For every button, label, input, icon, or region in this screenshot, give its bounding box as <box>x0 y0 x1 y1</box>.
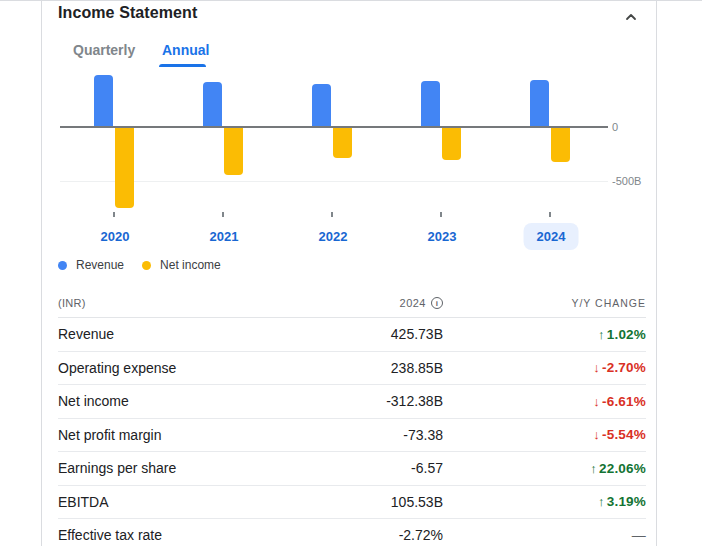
row-value: -73.38 <box>403 427 443 443</box>
row-label: EBITDA <box>58 494 323 510</box>
gridline-neg500 <box>60 181 608 182</box>
net-income-bar-2023[interactable] <box>442 128 461 160</box>
down-arrow-icon: ↓ <box>593 394 600 409</box>
revenue-bar-2022[interactable] <box>312 84 331 126</box>
y-axis-label-0: 0 <box>612 121 618 133</box>
financials-table: (INR) 2024 i Y/Y CHANGE Revenue425.73B↑1… <box>58 289 646 546</box>
row-label: Net profit margin <box>58 427 323 443</box>
currency-header: (INR) <box>58 297 323 309</box>
legend-label: Net income <box>160 258 221 272</box>
net-income-bar-2024[interactable] <box>551 128 570 162</box>
up-arrow-icon: ↑ <box>598 494 605 509</box>
revenue-bar-2021[interactable] <box>203 82 222 126</box>
row-change: ↑22.06% <box>590 461 646 476</box>
table-row-effective-tax-rate: Effective tax rate-2.72%— <box>58 519 646 546</box>
row-value: 105.53B <box>391 494 443 510</box>
revenue-bar-2020[interactable] <box>94 75 113 126</box>
chart-legend: RevenueNet income <box>58 258 221 272</box>
table-body: Revenue425.73B↑1.02%Operating expense238… <box>58 318 646 546</box>
table-row-net-profit-margin: Net profit margin-73.38↓-5.54% <box>58 419 646 453</box>
year-label-2020[interactable]: 2020 <box>88 223 143 250</box>
row-label: Net income <box>58 393 323 409</box>
legend-item-net-income: Net income <box>142 258 221 272</box>
row-change: ↑1.02% <box>598 327 646 342</box>
row-change: — <box>632 527 646 543</box>
legend-label: Revenue <box>76 258 124 272</box>
legend-dot <box>58 261 67 270</box>
row-change: ↑3.19% <box>598 494 646 509</box>
row-value: 238.85B <box>391 360 443 376</box>
collapse-button[interactable] <box>618 5 644 27</box>
row-value: -312.38B <box>386 393 443 409</box>
row-value: -6.57 <box>411 460 443 476</box>
change-header: Y/Y CHANGE <box>571 297 646 309</box>
tab-annual[interactable]: Annual <box>162 42 209 58</box>
legend-dot <box>142 261 151 270</box>
y-axis-label-neg500: -500B <box>612 175 641 187</box>
table-row-revenue: Revenue425.73B↑1.02% <box>58 318 646 352</box>
year-labels-row: 20202021202220232024 <box>42 217 656 255</box>
year-label-2024[interactable]: 2024 <box>524 223 579 250</box>
row-value: -2.72% <box>399 527 443 543</box>
year-label-2021[interactable]: 2021 <box>197 223 252 250</box>
tab-bar: Quarterly Annual <box>42 38 656 67</box>
row-label: Operating expense <box>58 360 323 376</box>
table-row-net-income: Net income-312.38B↓-6.61% <box>58 385 646 419</box>
year-label-2023[interactable]: 2023 <box>415 223 470 250</box>
row-change: ↓-6.61% <box>593 394 646 409</box>
row-change: ↓-2.70% <box>593 360 646 375</box>
net-income-bar-2022[interactable] <box>333 128 352 158</box>
down-arrow-icon: ↓ <box>593 427 600 442</box>
page: Income Statement Quarterly Annual 0 -500… <box>0 0 702 546</box>
revenue-bar-2023[interactable] <box>421 81 440 126</box>
row-label: Earnings per share <box>58 460 323 476</box>
row-change: ↓-5.54% <box>593 427 646 442</box>
row-label: Effective tax rate <box>58 527 323 543</box>
chevron-up-icon <box>625 9 637 24</box>
info-icon[interactable]: i <box>431 297 443 309</box>
tab-quarterly[interactable]: Quarterly <box>73 42 135 58</box>
up-arrow-icon: ↑ <box>598 327 605 342</box>
up-arrow-icon: ↑ <box>590 461 597 476</box>
row-value: 425.73B <box>391 326 443 342</box>
row-label: Revenue <box>58 326 323 342</box>
income-chart: 0 -500B <box>42 71 657 217</box>
net-income-bar-2020[interactable] <box>115 128 134 208</box>
active-tab-underline <box>159 64 206 67</box>
panel-title: Income Statement <box>58 4 197 22</box>
table-row-ebitda: EBITDA105.53B↑3.19% <box>58 486 646 520</box>
table-row-earnings-per-share: Earnings per share-6.57↑22.06% <box>58 452 646 486</box>
down-arrow-icon: ↓ <box>593 360 600 375</box>
year-label-2022[interactable]: 2022 <box>306 223 361 250</box>
legend-item-revenue: Revenue <box>58 258 124 272</box>
period-label: 2024 <box>400 297 426 309</box>
table-header-row: (INR) 2024 i Y/Y CHANGE <box>58 289 646 318</box>
period-header: 2024 i <box>400 297 443 309</box>
table-row-operating-expense: Operating expense238.85B↓-2.70% <box>58 352 646 386</box>
revenue-bar-2024[interactable] <box>530 80 549 126</box>
income-statement-panel: Income Statement Quarterly Annual 0 -500… <box>41 1 657 546</box>
net-income-bar-2021[interactable] <box>224 128 243 175</box>
